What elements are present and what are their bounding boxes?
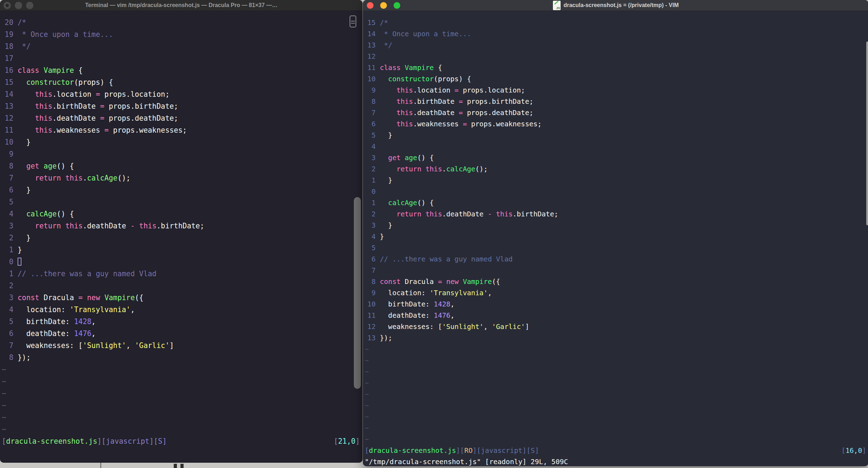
minimize-button[interactable] (15, 2, 22, 9)
code-text: this.location = props.location; (18, 88, 170, 100)
line-number: 6 (365, 119, 376, 130)
code-line: 5 (365, 242, 866, 254)
code-token (61, 174, 65, 182)
code-token (18, 90, 35, 99)
code-text: this.deathDate = props.deathDate; (380, 107, 533, 119)
code-token: } (380, 131, 392, 139)
code-token: .birthDate; (157, 222, 204, 230)
code-line: 10 } (2, 136, 360, 148)
line-number: 5 (365, 130, 376, 141)
code-token: dracula-screenshot.js (6, 437, 97, 445)
code-text: return this.deathDate - this.birthDate; (18, 220, 204, 232)
code-token (100, 293, 104, 302)
split-pane-button[interactable] (350, 15, 356, 27)
code-token: props.deathDate; (104, 114, 178, 122)
code-token: . (442, 165, 446, 173)
close-button[interactable] (4, 2, 11, 9)
code-line: 10 birthDate: 1428, (365, 299, 866, 310)
terminal-vim-buffer[interactable]: 20/*19 * Once upon a time...18 */1716cla… (0, 11, 363, 459)
zoom-button[interactable] (394, 2, 400, 9)
code-token: [ (2, 437, 6, 445)
empty-line-tilde: ~ (2, 375, 360, 387)
code-token: 1476 (434, 311, 450, 320)
minimize-button[interactable] (380, 2, 387, 9)
code-token: = (104, 126, 109, 134)
empty-line-tilde: ~ (365, 355, 866, 366)
code-token: calcAge (388, 199, 417, 207)
code-line: 0 (365, 186, 866, 197)
macvim-titlebar[interactable]: JS dracula-screenshot.js = (/private/tmp… (363, 0, 868, 11)
close-button[interactable] (367, 2, 374, 9)
terminal-titlebar[interactable]: Terminal — vim /tmp/dracula-screenshot.j… (0, 0, 363, 11)
line-number: 1 (2, 268, 13, 280)
code-token: [ (334, 437, 338, 445)
code-text: class Vampire { (380, 62, 442, 74)
code-text: calcAge() { (18, 208, 74, 220)
code-text: /* (18, 17, 26, 29)
desktop-artifact-mark (174, 464, 184, 468)
line-number: 12 (2, 112, 13, 124)
code-text: } (18, 232, 31, 244)
line-number: 11 (2, 124, 13, 136)
code-token: new (446, 278, 459, 286)
code-token: 'Garlic' (135, 341, 170, 350)
code-token (380, 109, 396, 117)
tilde-marker: ~ (365, 400, 369, 411)
line-number: 0 (2, 256, 13, 268)
line-number: 8 (2, 160, 13, 172)
code-token: this (496, 210, 512, 218)
code-token: ({ (135, 293, 143, 302)
line-number: 7 (2, 172, 13, 184)
code-token: props.weaknesses; (109, 126, 187, 134)
empty-line-tilde: ~ (365, 423, 866, 434)
code-token: .weaknesses (52, 126, 104, 134)
code-token: (); (117, 174, 130, 182)
code-token: , (91, 317, 96, 326)
code-token: this (426, 165, 442, 173)
javascript-document-icon: JS (553, 1, 561, 10)
code-token: this (396, 86, 413, 94)
empty-line-tilde: ~ (365, 434, 866, 445)
zoom-button[interactable] (26, 2, 33, 9)
code-token: } (380, 233, 384, 241)
code-token: this (35, 102, 52, 110)
code-token: }); (380, 334, 392, 342)
macvim-buffer[interactable]: 15/*14 * Once upon a time...13 */1211cla… (363, 11, 868, 466)
code-token: = (438, 278, 442, 286)
empty-line-tilde: ~ (365, 400, 866, 411)
tilde-marker: ~ (365, 366, 369, 378)
line-number: 6 (2, 328, 13, 340)
code-line: 6 this.weaknesses = props.weaknesses; (365, 119, 866, 130)
line-number: 1 (365, 197, 376, 209)
code-token: class (380, 64, 401, 72)
code-line: 2 } (2, 232, 360, 244)
terminal-scrollbar-thumb[interactable] (354, 197, 361, 389)
code-text: get age() { (380, 152, 434, 164)
code-text: } (18, 244, 22, 256)
terminal-window: Terminal — vim /tmp/dracula-screenshot.j… (0, 0, 363, 463)
code-token: javascript (481, 447, 522, 455)
code-token: this (65, 174, 83, 182)
code-token: ][ (149, 437, 158, 445)
code-token: const (18, 293, 39, 302)
line-number: 7 (365, 265, 376, 276)
code-token: get (388, 154, 401, 162)
code-token: RO (464, 447, 473, 455)
empty-line-tilde: ~ (2, 387, 360, 399)
code-token: { (74, 66, 83, 75)
code-token (83, 293, 87, 302)
code-text: location: 'Transylvania', (18, 304, 135, 316)
code-token: () { (417, 199, 434, 207)
code-line: 12 weaknesses: ['Sunlight', 'Garlic'] (365, 321, 866, 333)
macvim-scrollbar-thumb[interactable] (866, 42, 868, 225)
line-number: 3 (2, 292, 13, 304)
line-number: 15 (365, 17, 376, 29)
code-token: ] (862, 447, 866, 455)
code-token (492, 210, 496, 218)
line-number: 1 (2, 244, 13, 256)
code-token (39, 162, 44, 170)
code-text: this.deathDate = props.deathDate; (18, 112, 178, 124)
code-token: this (35, 126, 52, 134)
line-number: 17 (2, 52, 13, 64)
code-token: ] (535, 447, 539, 455)
